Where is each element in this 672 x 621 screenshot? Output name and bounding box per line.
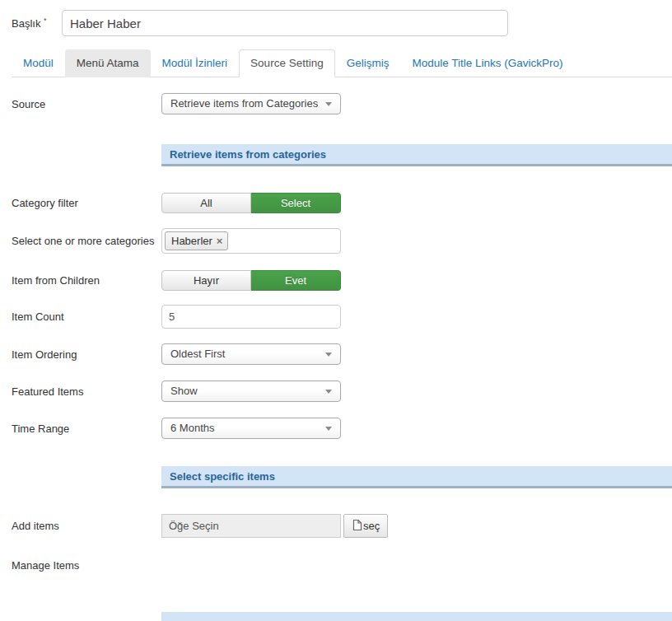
category-filter-all-button[interactable]: All [161,193,251,213]
item-count-input[interactable] [161,305,341,329]
item-from-children-row: Item from Children Hayır Evet [0,270,672,291]
section-header-partial [161,612,672,621]
manage-items-label: Manage Items [12,559,161,572]
time-range-label: Time Range [12,423,161,435]
item-from-children-yes-button[interactable]: Evet [251,270,341,291]
add-items-label: Add items [12,520,161,532]
title-field-row: Başlık * [0,0,672,36]
module-edit-page: Başlık * Modül Menü Atama Modül İzinleri… [0,0,672,621]
featured-items-select[interactable]: Show [161,381,341,402]
categories-label: Select one or more categories [12,235,161,247]
manage-items-row: Manage Items [0,559,672,572]
item-count-label: Item Count [12,310,161,323]
source-select[interactable]: Retrieve items from Categories [161,93,341,114]
tab-module-title-links[interactable]: Module Title Links (GavickPro) [400,49,574,77]
tab-menu-atama[interactable]: Menü Atama [65,49,151,77]
add-items-input[interactable] [161,514,341,538]
tab-modul[interactable]: Modül [12,49,65,77]
source-select-value: Retrieve items from Categories [170,97,318,110]
add-items-row: Add items seç [0,514,672,538]
remove-tag-icon[interactable]: × [217,236,223,246]
item-count-row: Item Count [0,305,672,329]
item-ordering-label: Item Ordering [12,348,161,361]
item-from-children-no-button[interactable]: Hayır [161,270,251,291]
add-items-select-button-label: seç [363,520,380,532]
chevron-down-icon [325,102,332,106]
title-label-text: Başlık [12,17,40,30]
categories-row: Select one or more categories Haberler × [0,228,672,254]
category-tag-text: Haberler [171,235,212,247]
section-header-select-specific: Select specific items [161,466,672,488]
time-range-value: 6 Months [170,422,214,434]
item-from-children-toggle: Hayır Evet [161,270,341,291]
categories-multiselect[interactable]: Haberler × [161,228,341,254]
category-filter-toggle: All Select [161,193,341,213]
category-tag: Haberler × [165,231,228,250]
category-filter-select-button[interactable]: Select [251,193,341,213]
tab-bar: Modül Menü Atama Modül İzinleri Source S… [12,49,672,77]
chevron-down-icon [325,390,332,394]
time-range-row: Time Range 6 Months [0,418,672,439]
source-row: Source Retrieve items from Categories [0,93,672,114]
featured-items-value: Show [170,385,198,397]
category-filter-label: Category filter [12,197,161,209]
file-icon [352,519,362,534]
tab-source-setting[interactable]: Source Setting [239,49,335,77]
featured-items-label: Featured Items [12,385,161,398]
category-filter-row: Category filter All Select [0,193,672,213]
source-label: Source [12,98,161,110]
chevron-down-icon [325,353,332,357]
title-label: Başlık * [12,16,62,30]
tab-gelismis[interactable]: Gelişmiş [335,49,401,77]
time-range-select[interactable]: 6 Months [161,418,341,439]
chevron-down-icon [325,427,332,431]
tab-modul-izinleri[interactable]: Modül İzinleri [151,49,240,77]
section-header-retrieve: Retrieve items from categories [161,144,672,166]
item-ordering-select[interactable]: Oldest First [161,343,341,365]
item-from-children-label: Item from Children [12,274,161,287]
item-ordering-value: Oldest First [170,348,225,360]
required-mark: * [44,16,47,25]
add-items-select-button[interactable]: seç [343,514,388,538]
title-input[interactable] [62,10,508,36]
featured-items-row: Featured Items Show [0,381,672,402]
item-ordering-row: Item Ordering Oldest First [0,343,672,365]
